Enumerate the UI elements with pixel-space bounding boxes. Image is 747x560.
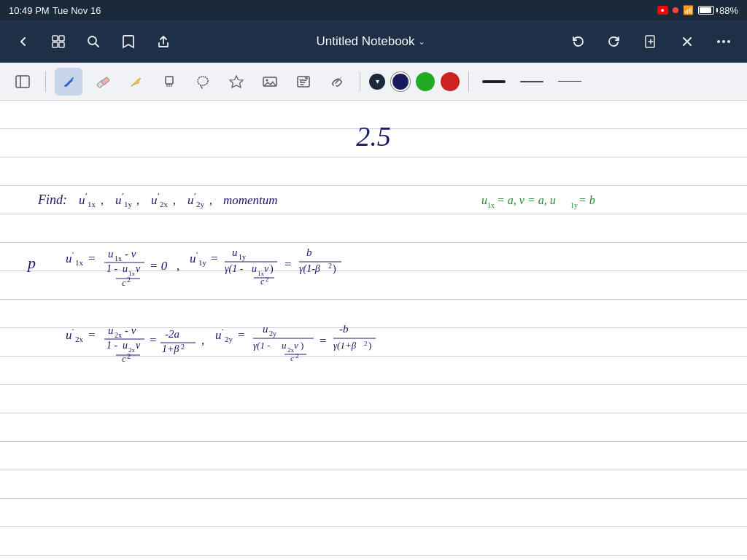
battery-indicator: 88% bbox=[698, 5, 738, 16]
date-display: Tue Nov 16 bbox=[53, 5, 101, 16]
svg-text:u: u bbox=[123, 340, 128, 351]
text-tool-button[interactable]: T bbox=[290, 68, 317, 96]
more-button[interactable] bbox=[712, 30, 735, 53]
svg-text:2x: 2x bbox=[160, 200, 169, 209]
undo-button[interactable] bbox=[566, 30, 589, 53]
svg-text:= 0: = 0 bbox=[150, 259, 168, 273]
line-thick-button[interactable] bbox=[478, 77, 510, 86]
redo-button[interactable] bbox=[603, 30, 626, 53]
svg-text:2: 2 bbox=[266, 276, 269, 283]
p-label: p bbox=[26, 254, 36, 272]
svg-rect-1 bbox=[59, 36, 64, 41]
battery-text: 88% bbox=[719, 5, 738, 16]
svg-rect-11 bbox=[101, 77, 110, 85]
toolbar-left bbox=[12, 30, 175, 53]
color-navy-button[interactable] bbox=[391, 72, 410, 91]
svg-text:2: 2 bbox=[295, 352, 299, 359]
svg-text:′: ′ bbox=[72, 250, 74, 259]
pen-tool-button[interactable] bbox=[55, 68, 82, 96]
color-red-button[interactable] bbox=[441, 72, 460, 91]
svg-text:1x: 1x bbox=[75, 258, 84, 267]
svg-text:,: , bbox=[173, 194, 176, 206]
line-medium-button[interactable] bbox=[516, 78, 548, 85]
share-button[interactable] bbox=[152, 30, 175, 53]
svg-text:=: = bbox=[210, 252, 218, 265]
svg-text:b: b bbox=[306, 246, 312, 258]
wifi-icon: 📶 bbox=[683, 5, 694, 15]
notebook-title-text: Untitled Notebook bbox=[316, 34, 414, 49]
var-u1x: u bbox=[79, 193, 85, 207]
line-thin-button[interactable] bbox=[554, 78, 586, 85]
svg-text:γ(1+β: γ(1+β bbox=[333, 340, 357, 351]
link-tool-button[interactable] bbox=[323, 68, 351, 96]
svg-text:c: c bbox=[122, 353, 126, 364]
svg-rect-9 bbox=[16, 76, 29, 88]
svg-text:1 -: 1 - bbox=[107, 263, 118, 274]
svg-text:1x: 1x bbox=[115, 254, 122, 262]
toolbar-center: Untitled Notebook ⌄ bbox=[316, 34, 425, 49]
palette-separator-1 bbox=[45, 71, 46, 92]
notebook-area: 2.5 Find: u ′ 1x , u ′ 1y , u ′ 2x , u ′… bbox=[0, 101, 747, 560]
bookmark-button[interactable] bbox=[117, 30, 140, 53]
image-tool-button[interactable] bbox=[256, 68, 284, 96]
svg-rect-2 bbox=[53, 42, 58, 47]
svg-text:2x: 2x bbox=[75, 335, 84, 343]
svg-text:1x: 1x bbox=[487, 201, 495, 209]
svg-text:=: = bbox=[150, 333, 157, 347]
svg-point-13 bbox=[198, 77, 208, 85]
svg-text:=: = bbox=[88, 328, 96, 342]
pencil-tool-button[interactable] bbox=[122, 68, 150, 96]
svg-point-15 bbox=[266, 79, 268, 81]
svg-text:1x: 1x bbox=[88, 200, 96, 209]
svg-text:momentum: momentum bbox=[223, 193, 278, 207]
close-button[interactable] bbox=[676, 30, 699, 53]
sidebar-toggle-button[interactable] bbox=[9, 68, 36, 96]
svg-text:= b: = b bbox=[578, 194, 595, 206]
eq-u2x-prime: u bbox=[66, 328, 72, 342]
svg-text:= a,  v = a,  u: = a, v = a, u bbox=[497, 194, 556, 206]
lasso-tool-button[interactable] bbox=[189, 68, 217, 96]
color-green-button[interactable] bbox=[416, 72, 435, 91]
svg-text:,: , bbox=[136, 194, 139, 206]
svg-text:2: 2 bbox=[328, 262, 332, 270]
eraser-tool-button[interactable] bbox=[88, 68, 116, 96]
svg-text:u: u bbox=[263, 323, 268, 335]
search-button[interactable] bbox=[82, 30, 105, 53]
svg-text:v: v bbox=[136, 340, 141, 351]
svg-text:1+β: 1+β bbox=[162, 343, 179, 354]
grid-button[interactable] bbox=[47, 30, 70, 53]
svg-text:-2a: -2a bbox=[165, 328, 179, 340]
svg-text:T: T bbox=[299, 78, 303, 85]
svg-text:γ(1 -: γ(1 - bbox=[253, 340, 271, 351]
svg-text:′: ′ bbox=[72, 327, 74, 335]
svg-text:v: v bbox=[294, 340, 298, 351]
svg-text:2y: 2y bbox=[225, 335, 233, 343]
status-bar: 10:49 PM Tue Nov 16 ● 📶 88% bbox=[0, 0, 747, 20]
var-u2x: u bbox=[151, 193, 158, 207]
main-toolbar: Untitled Notebook ⌄ bbox=[0, 20, 747, 63]
status-left: 10:49 PM Tue Nov 16 bbox=[9, 5, 101, 16]
title-chevron: ⌄ bbox=[418, 36, 425, 47]
notebook-title[interactable]: Untitled Notebook ⌄ bbox=[316, 34, 425, 49]
svg-text:2: 2 bbox=[181, 343, 185, 351]
svg-text:1y: 1y bbox=[124, 200, 133, 209]
svg-text:,: , bbox=[101, 194, 104, 206]
svg-text:2: 2 bbox=[127, 276, 131, 284]
given-conditions: u bbox=[481, 194, 487, 206]
eq-u1y-prime: u bbox=[190, 252, 196, 265]
find-label: Find: bbox=[37, 192, 67, 207]
svg-text:c: c bbox=[290, 354, 294, 362]
svg-text:2: 2 bbox=[364, 340, 368, 347]
handwriting-svg: 2.5 Find: u ′ 1x , u ′ 1y , u ′ 2x , u ′… bbox=[0, 101, 747, 560]
svg-text:): ) bbox=[333, 263, 336, 275]
color-dropdown-button[interactable]: ▾ bbox=[369, 74, 385, 90]
add-page-button[interactable] bbox=[639, 30, 662, 53]
star-tool-button[interactable] bbox=[222, 68, 250, 96]
lined-paper: 2.5 Find: u ′ 1x , u ′ 1y , u ′ 2x , u ′… bbox=[0, 101, 747, 560]
svg-text:=: = bbox=[320, 334, 327, 348]
back-button[interactable] bbox=[12, 30, 35, 53]
select-tool-button[interactable] bbox=[155, 68, 183, 96]
svg-text:u: u bbox=[252, 263, 257, 274]
svg-text:u: u bbox=[232, 246, 238, 258]
notebook-title-text: 2.5 bbox=[356, 121, 391, 152]
